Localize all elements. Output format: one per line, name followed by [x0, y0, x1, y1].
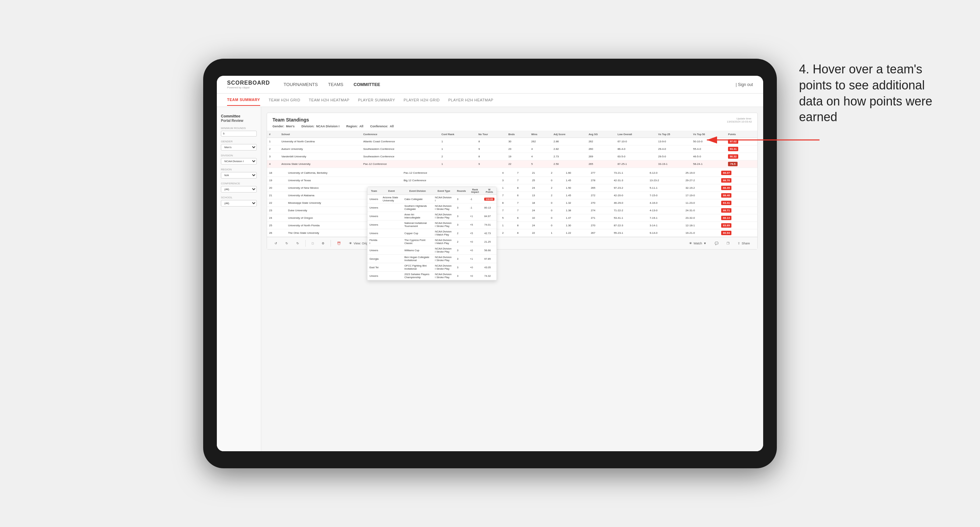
- bottom-toolbar: ↺ ↻ ↻ □ ⚙ ⏰ 👁 View: Original: [267, 237, 757, 249]
- table-row: 21 University of Alabama Southeastern Co…: [267, 192, 757, 199]
- tooltip-row: Univers Southern Highlands Collegiate NC…: [368, 203, 496, 212]
- sidebar-subtitle: Portal Review: [221, 119, 257, 122]
- points-badge[interactable]: 90.32: [728, 154, 738, 159]
- filter-label-division: Division: [221, 154, 257, 157]
- filter-region-display: Region: All: [346, 125, 363, 128]
- tooltip-row: Florida I The Cypress Point Classic NCAA…: [368, 238, 496, 246]
- reset-button[interactable]: ↻: [294, 241, 301, 246]
- filter-region[interactable]: N/A: [221, 172, 257, 178]
- tooltip-row: Univers Williams Cup NCAA Division I Str…: [368, 246, 496, 255]
- points-badge-highlighted[interactable]: 79.5: [728, 162, 738, 166]
- tooltip-row: Georgia Ben Hogan Collegiate Invitationa…: [368, 255, 496, 263]
- col-avg-sg: Avg SG: [587, 131, 616, 138]
- col-wins: Wins: [529, 131, 552, 138]
- toolbar-right: 👁 Watch ▼ 💬 ❐ ⇧ Share: [687, 241, 752, 246]
- expand-button[interactable]: ❐: [725, 241, 732, 246]
- filter-label-gender: Gender: [221, 140, 257, 143]
- report-container: Team Standings Gender: Men's Division: N…: [267, 113, 758, 249]
- filter-label-school: School: [221, 196, 257, 199]
- points-badge[interactable]: 83.89: [721, 223, 732, 228]
- subnav-player-summary[interactable]: PLAYER SUMMARY: [358, 95, 395, 105]
- undo-button[interactable]: ↺: [272, 241, 279, 246]
- subnav-team-summary[interactable]: TEAM SUMMARY: [227, 94, 260, 106]
- tooltip-table: Team Event Event Division Event Type Rou…: [368, 187, 496, 280]
- toolbar-sep-2: [331, 240, 331, 247]
- filter-conference-display: Conference: All: [370, 125, 394, 128]
- points-badge[interactable]: 88.07: [721, 171, 732, 175]
- watch-button[interactable]: 👁 Watch ▼: [687, 241, 708, 246]
- filter-division-display: Division: NCAA Division I: [302, 125, 339, 128]
- tablet-frame: SCOREBOARD Powered by clippd TOURNAMENTS…: [203, 59, 777, 468]
- filter-label-rounds: Minimum Rounds: [221, 127, 257, 130]
- col-vs-top25: Vs Top 25: [656, 131, 691, 138]
- toolbar-sep-1: [305, 240, 305, 247]
- report-header: Team Standings Gender: Men's Division: N…: [267, 113, 757, 131]
- filter-division[interactable]: NCAA Division I: [221, 158, 257, 165]
- report-filters: Gender: Men's Division: NCAA Division I …: [272, 125, 394, 128]
- tablet-screen: SCOREBOARD Powered by clippd TOURNAMENTS…: [217, 76, 763, 451]
- table-row: 24 University of Oregon Pac-12 Conferenc…: [267, 214, 757, 222]
- lower-teams-table: 18 University of California, Berkeley Pa…: [267, 169, 757, 237]
- arrow-svg: [703, 130, 823, 150]
- subnav-player-h2h-heatmap[interactable]: PLAYER H2H HEATMAP: [448, 95, 493, 105]
- report-title: Team Standings: [272, 117, 394, 122]
- filter-gender-display: Gender: Men's: [272, 125, 295, 128]
- table-row: 19 University of Texas Big 12 Conference…: [267, 177, 757, 184]
- tooltip-row: Univers Arizona State University Cabo Co…: [368, 195, 496, 203]
- clock-button[interactable]: ⏰: [335, 241, 343, 246]
- tooltip-row: Univers Copper Cup NCAA Division I Match…: [368, 229, 496, 238]
- points-badge[interactable]: 88.70: [721, 178, 732, 183]
- subnav-team-h2h-heatmap[interactable]: TEAM H2H HEATMAP: [309, 95, 349, 105]
- table-row: 25 University of North Florida ASUN Conf…: [267, 222, 757, 229]
- table-row: 1 University of North Carolina Atlantic …: [267, 138, 757, 145]
- eye-icon: 👁: [689, 242, 692, 245]
- points-badge[interactable]: 88.71: [721, 208, 732, 213]
- share-button[interactable]: ⇧ Share: [735, 241, 752, 246]
- table-row: 3 Vanderbilt University Southeastern Con…: [267, 153, 757, 160]
- points-badge[interactable]: 88.14: [721, 216, 732, 220]
- tooltip-row: Univers Amer Ari Intercollegiate NCAA Di…: [368, 212, 496, 221]
- filter-gender[interactable]: Men's: [221, 144, 257, 151]
- logo-title: SCOREBOARD: [227, 80, 270, 86]
- nav-items: TOURNAMENTS TEAMS COMMITTEE: [284, 76, 736, 92]
- redo-button[interactable]: ↻: [283, 241, 290, 246]
- col-adj-score: Adj Score: [552, 131, 587, 138]
- comment-button[interactable]: 💬: [713, 241, 721, 246]
- col-low-overall: Low Overall: [615, 131, 656, 138]
- col-conf-rank: Conf Rank: [439, 131, 476, 138]
- subnav-team-h2h-grid[interactable]: TEAM H2H GRID: [269, 95, 301, 105]
- filter-label-region: Region: [221, 168, 257, 171]
- table-row-highlighted: 4 Arizona State University Pac-12 Confer…: [267, 160, 757, 168]
- logo: SCOREBOARD Powered by clippd: [227, 80, 270, 89]
- nav-committee[interactable]: COMMITTEE: [354, 76, 380, 92]
- sign-out-link[interactable]: | Sign out: [736, 82, 753, 87]
- points-badge[interactable]: 83.41: [721, 201, 732, 205]
- nav-teams[interactable]: TEAMS: [328, 76, 344, 92]
- logo-sub: Powered by clippd: [227, 86, 270, 89]
- sub-nav: TEAM SUMMARY TEAM H2H GRID TEAM H2H HEAT…: [217, 94, 763, 107]
- table-row: 26 The Ohio State University Big Ten Con…: [267, 229, 757, 237]
- filter-school[interactable]: (All): [221, 200, 257, 206]
- table-row: 22 Mississippi State University Southeas…: [267, 199, 757, 207]
- copy-button[interactable]: □: [310, 241, 315, 246]
- settings-button[interactable]: ⚙: [320, 241, 326, 246]
- nav-tournaments[interactable]: TOURNAMENTS: [284, 76, 318, 92]
- team-standings-table: # School Conference Conf Rank No Tour Bn…: [267, 131, 757, 168]
- sidebar-title: Committee: [221, 114, 257, 118]
- col-bnds: Bnds: [506, 131, 529, 138]
- table-row: 20 University of New Mexico Mountain Wes…: [267, 184, 757, 192]
- tooltip-row: East Tei OFCC Fighting Illini Invitation…: [368, 263, 496, 272]
- table-row: 18 University of California, Berkeley Pa…: [267, 169, 757, 177]
- tooltip-row: Univers National Invitational Tournament…: [368, 221, 496, 229]
- points-tooltip: Team Event Event Division Event Type Rou…: [367, 187, 497, 281]
- points-badge[interactable]: 80.94: [721, 231, 732, 235]
- subnav-player-h2h-grid[interactable]: PLAYER H2H GRID: [404, 95, 440, 105]
- filter-conference[interactable]: (All): [221, 186, 257, 192]
- points-badge[interactable]: 88.49: [721, 186, 732, 190]
- col-no-tour: No Tour: [476, 131, 506, 138]
- top-nav: SCOREBOARD Powered by clippd TOURNAMENTS…: [217, 76, 763, 94]
- filter-min-rounds[interactable]: [221, 131, 257, 137]
- report-area: Team Standings Gender: Men's Division: N…: [261, 107, 763, 451]
- points-badge[interactable]: 88.48: [721, 193, 732, 198]
- col-school: School: [279, 131, 361, 138]
